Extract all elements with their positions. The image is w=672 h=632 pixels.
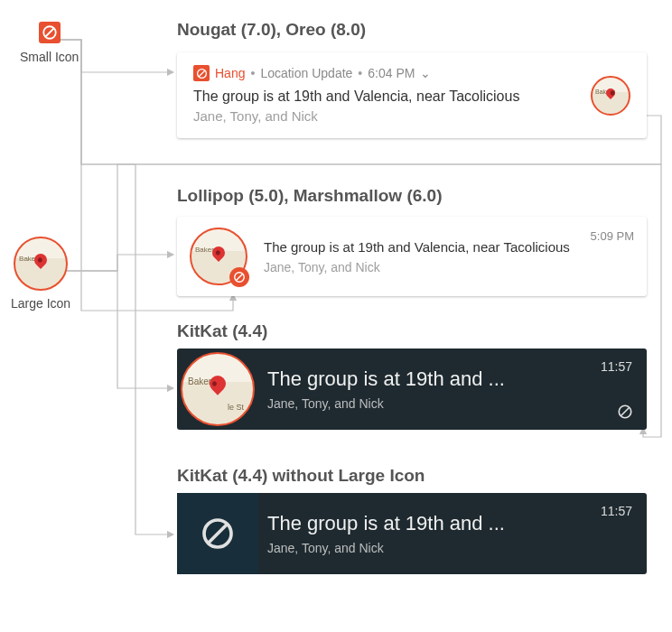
notification-card-lollipop[interactable]: The group is at 19th and Valencia, near … — [177, 217, 647, 296]
separator-dot: • — [250, 66, 255, 80]
app-name: Hang — [215, 66, 245, 80]
small-icon — [200, 516, 236, 552]
notification-title: The group is at 19th and ... — [267, 367, 647, 391]
notification-subtitle: Jane, Tony, and Nick — [264, 260, 574, 274]
heading-nougat: Nougat (7.0), Oreo (8.0) — [177, 20, 366, 40]
notification-time: 11:57 — [601, 359, 632, 374]
app-small-icon — [193, 65, 210, 81]
small-icon — [39, 22, 61, 43]
large-icon — [181, 352, 255, 426]
notification-title: The group is at 19th and ... — [267, 512, 647, 535]
notification-subtitle: Jane, Tony, and Nick — [267, 396, 647, 411]
notification-time: 11:57 — [601, 504, 632, 518]
large-icon — [14, 237, 68, 291]
notification-subtitle: Jane, Tony, and Nick — [193, 108, 630, 124]
heading-kitkat: KitKat (4.4) — [177, 321, 267, 341]
notification-title: The group is at 19th and Valencia, near … — [264, 238, 574, 256]
chevron-down-icon[interactable]: ⌄ — [420, 66, 431, 80]
notification-subtitle: Jane, Tony, and Nick — [267, 541, 647, 555]
separator-dot: • — [358, 66, 362, 80]
small-icon-badge — [229, 267, 249, 287]
small-icon-sample: Small Icon — [20, 22, 79, 64]
map-pin-icon — [210, 244, 228, 262]
map-pin-icon — [32, 251, 50, 269]
nougat-header: Hang • Location Update • 6:04 PM ⌄ — [193, 65, 630, 81]
map-pin-icon — [206, 372, 229, 395]
small-icon-caption: Small Icon — [20, 50, 79, 64]
map-pin-icon — [604, 86, 617, 98]
heading-lollipop: Lollipop (5.0), Marshmallow (6.0) — [177, 186, 442, 206]
large-icon-caption: Large Icon — [11, 296, 70, 311]
notification-title: The group is at 19th and Valencia, near … — [193, 88, 630, 105]
notification-category: Location Update — [260, 66, 352, 80]
notification-card-nougat[interactable]: Hang • Location Update • 6:04 PM ⌄ The g… — [177, 52, 647, 138]
large-icon-wrapper — [190, 228, 247, 285]
large-icon-sample: Large Icon — [11, 237, 70, 311]
notification-time: 5:09 PM — [591, 228, 634, 243]
heading-kitkat-nolg: KitKat (4.4) without Large Icon — [177, 466, 425, 486]
notification-card-kitkat-no-large[interactable]: The group is at 19th and ... Jane, Tony,… — [177, 493, 647, 574]
small-icon — [616, 403, 634, 421]
notification-card-kitkat[interactable]: The group is at 19th and ... Jane, Tony,… — [177, 349, 647, 430]
notification-time: 6:04 PM — [368, 66, 415, 80]
small-icon-square — [177, 493, 258, 574]
large-icon — [591, 76, 630, 116]
